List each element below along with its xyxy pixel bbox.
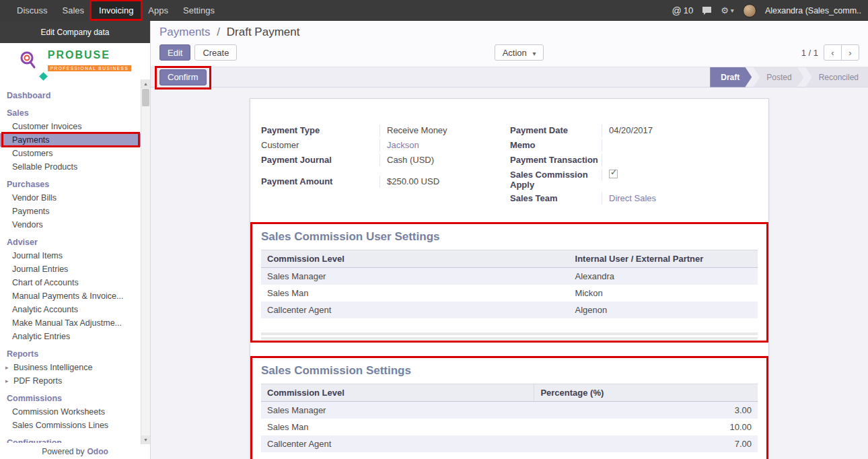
sidebar-item-analytic-accounts[interactable]: Analytic Accounts <box>0 303 141 316</box>
sidebar-item-pdf-reports[interactable]: ▸ PDF Reports <box>0 374 141 388</box>
menu-settings[interactable]: Settings <box>176 0 222 21</box>
sidebar-section-sales[interactable]: Sales <box>0 106 141 120</box>
user-settings-title: Sales Commission User Settings <box>261 230 758 244</box>
status-reconciled[interactable]: Reconciled <box>805 67 868 87</box>
sidebar-item-label: Business Intelligence <box>13 363 92 373</box>
sidebar-item-payments-purchases[interactable]: Payments <box>0 205 141 218</box>
user-menu[interactable]: Alexandra (Sales_comm.. <box>765 6 861 15</box>
sidebar-section-reports[interactable]: Reports <box>0 347 141 361</box>
pager-previous-button[interactable]: ‹ <box>824 44 842 61</box>
menu-apps[interactable]: Apps <box>141 0 176 21</box>
scroll-up-icon[interactable]: ▲ <box>141 79 150 88</box>
magnifier-logo-icon <box>19 50 36 72</box>
app-menu: Discuss Sales Invoicing Apps Settings <box>0 0 222 21</box>
sidebar-item-vendors[interactable]: Vendors <box>0 218 141 232</box>
sidebar-item-customers[interactable]: Customers <box>0 147 141 160</box>
column-header-commission-level: Commission Level <box>261 250 569 268</box>
scroll-down-icon[interactable]: ▼ <box>141 435 150 444</box>
sidebar-item-sellable-products[interactable]: Sellable Products <box>0 160 141 174</box>
sidebar-section-configuration[interactable]: Configuration <box>0 436 141 443</box>
sidebar-item-journal-items[interactable]: Journal Items <box>0 249 141 262</box>
sales-commission-apply-checkbox[interactable]: ✓ <box>609 170 618 178</box>
table-header-row: Commission Level Internal User / Externa… <box>261 250 758 268</box>
status-posted[interactable]: Posted <box>753 67 803 87</box>
odoo-link[interactable]: Odoo <box>87 447 108 456</box>
sidebar-section-commissions[interactable]: Commissions <box>0 392 141 405</box>
main-area: Payments / Draft Payment Edit Create Act… <box>151 21 868 459</box>
field-value-customer[interactable]: Jackson <box>379 139 501 151</box>
sidebar-section-purchases[interactable]: Purchases <box>0 178 141 191</box>
menu-invoicing[interactable]: Invoicing <box>92 0 141 21</box>
control-panel-buttons: Edit Create Action ▾ 1 / 1 ‹ › <box>159 44 859 61</box>
logo-title: PROBUSE <box>48 50 132 61</box>
edit-company-button[interactable]: Edit Company data <box>0 21 150 43</box>
commission-settings-section: Sales Commission Settings Commission Lev… <box>261 364 758 452</box>
scrollbar-thumb[interactable] <box>142 89 149 106</box>
table-row[interactable]: Callcenter Agent 7.00 <box>261 435 758 452</box>
menu-discuss[interactable]: Discuss <box>9 0 55 21</box>
menu-sales[interactable]: Sales <box>55 0 92 21</box>
create-button[interactable]: Create <box>194 44 237 61</box>
sidebar-item-manual-tax-adjustment[interactable]: Make Manual Tax Adjustme... <box>0 316 141 330</box>
sidebar-item-commission-worksheets[interactable]: Commission Worksheets <box>0 405 141 419</box>
cell-user: Mickon <box>569 285 758 302</box>
mention-counter[interactable]: @ 10 <box>672 5 694 16</box>
sidebar-scrollbar[interactable]: ▲ ▼ <box>141 79 150 444</box>
sidebar-item-analytic-entries[interactable]: Analytic Entries <box>0 330 141 343</box>
status-draft[interactable]: Draft <box>710 67 752 87</box>
control-panel: Payments / Draft Payment Edit Create Act… <box>151 21 868 67</box>
field-label-customer: Customer <box>261 139 379 150</box>
field-label-payment-journal: Payment Journal <box>261 154 379 165</box>
table-row[interactable]: Sales Man 10.00 <box>261 419 758 435</box>
sidebar-item-label: PDF Reports <box>13 376 62 386</box>
action-dropdown-button[interactable]: Action ▾ <box>495 44 544 61</box>
field-label-sales-commission-apply: Sales Commission Apply <box>510 169 602 190</box>
sidebar-item-business-intelligence[interactable]: ▸ Business Intelligence <box>0 361 141 374</box>
cell-commission-level: Callcenter Agent <box>261 435 534 452</box>
column-header-internal-user: Internal User / External Partner <box>569 250 758 268</box>
commission-settings-title: Sales Commission Settings <box>261 364 758 378</box>
sidebar-section-adviser[interactable]: Adviser <box>0 236 141 249</box>
field-label-payment-date: Payment Date <box>510 125 602 135</box>
sidebar-item-chart-of-accounts[interactable]: Chart of Accounts <box>0 276 141 289</box>
table-header-row: Commission Level Percentage (%) <box>261 384 758 402</box>
form-view: Payment Type Receive Money Customer Jack… <box>151 87 868 459</box>
form-sheet: Payment Type Receive Money Customer Jack… <box>250 98 769 459</box>
table-row[interactable]: Sales Man Mickon <box>261 285 758 302</box>
user-settings-table: Commission Level Internal User / Externa… <box>261 250 758 318</box>
sidebar-item-sales-commissions-lines[interactable]: Sales Commissions Lines <box>0 419 141 432</box>
confirm-button[interactable]: Confirm <box>159 69 207 85</box>
sidebar-item-journal-entries[interactable]: Journal Entries <box>0 262 141 276</box>
table-row[interactable]: Sales Manager Alexandra <box>261 268 758 285</box>
gear-dropdown[interactable]: ⚙ ▾ <box>721 5 734 15</box>
expand-arrow-icon: ▸ <box>5 363 11 373</box>
sidebar-section-dashboard[interactable]: Dashboard <box>0 89 141 102</box>
field-value-payment-amount: $250.00 USD <box>379 176 501 188</box>
chat-icon[interactable] <box>702 6 712 15</box>
sidebar-item-payments-sales[interactable]: Payments <box>0 133 141 147</box>
table-row[interactable]: Callcenter Agent Algenon <box>261 302 758 318</box>
cell-commission-level: Sales Manager <box>261 268 569 285</box>
edit-button[interactable]: Edit <box>159 44 190 61</box>
user-avatar[interactable] <box>743 4 756 17</box>
logo-subtitle: PROFESSIONAL BUSINESS <box>48 65 132 71</box>
sidebar-item-vendor-bills[interactable]: Vendor Bills <box>0 191 141 205</box>
cell-commission-level: Callcenter Agent <box>261 302 569 318</box>
commission-settings-table: Commission Level Percentage (%) Sales Ma… <box>261 384 758 452</box>
cell-percentage: 7.00 <box>534 435 758 452</box>
powered-by-text: Powered by <box>42 447 84 456</box>
breadcrumb-payments[interactable]: Payments <box>159 26 211 38</box>
annotation-box-invoicing <box>89 0 143 21</box>
company-logo[interactable]: PROBUSE PROFESSIONAL BUSINESS <box>0 43 150 79</box>
cell-commission-level: Sales Manager <box>261 402 534 419</box>
field-label-payment-transaction: Payment Transaction <box>510 154 602 165</box>
table-row[interactable]: Sales Manager 3.00 <box>261 402 758 419</box>
sidebar-item-manual-payments[interactable]: Manual Payments & Invoice... <box>0 289 141 303</box>
pager-next-button[interactable]: › <box>841 44 859 61</box>
field-value-sales-team[interactable]: Direct Sales <box>602 192 756 205</box>
form-right-column: Payment Date 04/20/2017 Memo Payment Tra… <box>510 123 756 206</box>
sidebar-item-customer-invoices[interactable]: Customer Invoices <box>0 120 141 133</box>
sidebar: Edit Company data PROBUSE PROFESSIONAL B… <box>0 21 151 459</box>
column-header-percentage: Percentage (%) <box>534 384 758 402</box>
cell-commission-level: Sales Man <box>261 285 569 302</box>
